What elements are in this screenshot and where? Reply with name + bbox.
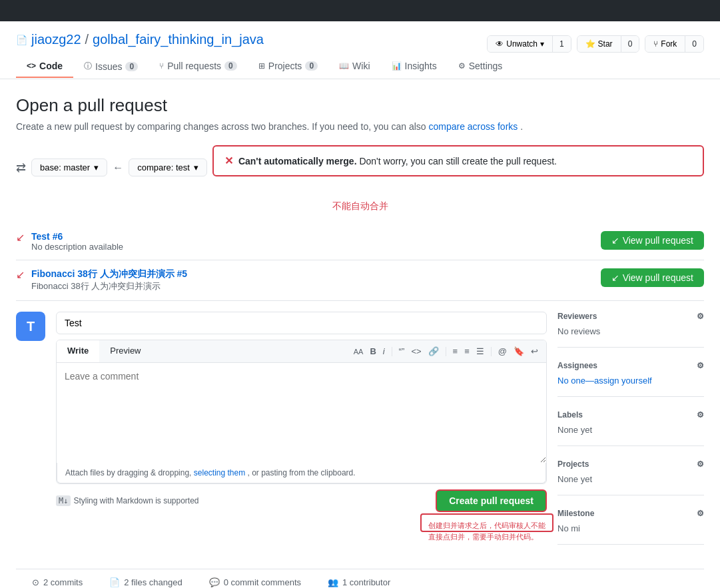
toolbar-link[interactable]: 🔗 (428, 346, 439, 356)
fork-icon: ⑂ (653, 39, 658, 49)
pr-badge: 0 (224, 61, 237, 71)
wiki-icon: 📖 (339, 61, 349, 71)
fork-group: ⑂ Fork 0 (645, 35, 704, 53)
projects-section: Projects ⚙ None yet (557, 459, 704, 495)
reviewers-heading: Reviewers ⚙ (557, 312, 704, 321)
compare-branch-button[interactable]: compare: test ▾ (129, 158, 207, 176)
toolbar-aa[interactable]: AA (354, 348, 364, 356)
page-title: Open a pull request (16, 95, 704, 116)
tab-code[interactable]: <> Code (16, 55, 73, 78)
compare-icon: ⇄ (16, 160, 26, 175)
contributors-label: 1 contributor (342, 577, 390, 587)
pr-title-2[interactable]: Fibonacci 38行 人为冲突归并演示 #5 (31, 268, 187, 280)
labels-value: None yet (557, 425, 704, 435)
view-pr-label-2: View pull request (623, 272, 693, 283)
base-branch-button[interactable]: base: master ▾ (31, 158, 107, 176)
pr-item-2: ↙ Fibonacci 38行 人为冲突归并演示 #5 Fibonacci 38… (16, 260, 704, 301)
attach-text: Attach files by dragging & dropping, (65, 468, 191, 477)
x-icon: ✕ (224, 154, 233, 167)
projects-value: None yet (557, 474, 704, 484)
fork-button[interactable]: ⑂ Fork (645, 36, 685, 52)
annotation-cn: 不能自动合并 (16, 200, 704, 212)
attach-link[interactable]: selecting them (194, 468, 245, 477)
pr-list: ↙ Test #6 No description available ↙ Vie… (16, 223, 704, 301)
compare-forks-link[interactable]: compare across forks (428, 121, 518, 132)
labels-heading: Labels ⚙ (557, 410, 704, 420)
preview-tab[interactable]: Preview (99, 340, 151, 362)
editor-wrapper: Write Preview AA B i “” <> 🔗 ≡ (56, 340, 547, 484)
attach-rest: , or pasting from the clipboard. (248, 468, 356, 477)
create-pr-button[interactable]: Create pull request (436, 489, 547, 512)
assignees-heading: Assignees ⚙ (557, 361, 704, 370)
content-row: T Write Preview AA B i (16, 301, 704, 558)
star-label: Star (598, 39, 613, 49)
main-content: Open a pull request Create a new pull re… (0, 79, 720, 588)
view-pr-button-2[interactable]: ↙ View pull request (601, 268, 704, 287)
toolbar-italic[interactable]: i (383, 346, 385, 356)
toolbar-mention[interactable]: @ (498, 346, 507, 356)
reviewers-label: Reviewers (557, 312, 597, 321)
toolbar-list-ul[interactable]: ≡ (453, 346, 458, 356)
repo-owner-link[interactable]: jiaozg22 (31, 32, 81, 47)
pr-btn-icon-2: ↙ (611, 272, 619, 283)
commits-stat: ⊙ 2 commits (32, 577, 83, 587)
top-bar (0, 0, 720, 21)
star-button[interactable]: ⭐ Star (577, 36, 621, 52)
annotation2-cn: 创建归并请求之后，代码审核人不能直接点归并，需要手动归并代码。 (420, 513, 553, 532)
labels-gear-icon[interactable]: ⚙ (697, 410, 704, 420)
tab-wiki[interactable]: 📖 Wiki (328, 55, 380, 78)
labels-label: Labels (557, 410, 583, 420)
unwatch-button[interactable]: 👁 Unwatch ▾ (488, 36, 552, 52)
page-desc-period: . (520, 121, 523, 132)
commits-icon: ⊙ (32, 577, 39, 587)
write-tab[interactable]: Write (57, 340, 99, 362)
fork-label: Fork (661, 39, 677, 49)
toolbar-list-ol[interactable]: ≡ (464, 346, 470, 356)
star-group: ⭐ Star 0 (577, 35, 640, 53)
commit-comments-stat: 💬 0 commit comments (209, 577, 301, 587)
assignees-gear-icon[interactable]: ⚙ (697, 361, 704, 370)
toolbar-reply[interactable]: ↩ (531, 346, 538, 356)
warning-bold: Can't automatically merge. (238, 156, 357, 166)
markdown-text: Styling with Markdown is supported (73, 496, 198, 505)
warning-rest: Don't worry, you can still create the pu… (359, 156, 557, 166)
toolbar-bookmark[interactable]: 🔖 (514, 346, 524, 356)
reviewers-gear-icon[interactable]: ⚙ (697, 312, 704, 321)
pr-icon: ⑂ (159, 61, 164, 71)
pr-title-input[interactable] (56, 312, 547, 334)
comment-textarea[interactable] (57, 363, 546, 463)
eye-icon: 👁 (496, 39, 504, 49)
tab-issues[interactable]: ⓘ Issues 0 (73, 55, 149, 79)
assignees-section: Assignees ⚙ No one—assign yourself (557, 361, 704, 397)
projects-gear-icon[interactable]: ⚙ (697, 459, 704, 469)
files-changed-stat: 📄 2 files changed (109, 577, 182, 587)
reviewers-value: No reviews (557, 326, 704, 336)
tab-pull-requests[interactable]: ⑂ Pull requests 0 (149, 55, 248, 78)
assign-yourself-link[interactable]: No one—assign yourself (557, 376, 652, 386)
pr-desc-2: Fibonacci 38行 人为冲突归并演示 (31, 280, 187, 292)
tab-projects[interactable]: ⊞ Projects 0 (248, 55, 328, 78)
branch-selector: ⇄ base: master ▾ ← compare: test ▾ ✕ Can… (16, 145, 704, 190)
view-pr-button-1[interactable]: ↙ View pull request (601, 231, 704, 250)
pr-title-1[interactable]: Test #6 (31, 231, 123, 242)
code-icon: <> (27, 61, 36, 71)
repo-name-link[interactable]: golbal_fairy_thinking_in_java (93, 32, 264, 47)
tab-settings[interactable]: ⚙ Settings (448, 55, 514, 78)
toolbar-tasklist[interactable]: ☰ (476, 346, 484, 356)
base-branch-label: base: master (40, 162, 90, 172)
unwatch-label: Unwatch (506, 39, 538, 49)
pr-item-2-left: ↙ Fibonacci 38行 人为冲突归并演示 #5 Fibonacci 38… (16, 268, 187, 292)
tab-pr-label: Pull requests (167, 61, 221, 71)
toolbar-bold[interactable]: B (370, 346, 376, 356)
assignees-label: Assignees (557, 361, 597, 370)
toolbar-quote[interactable]: “” (399, 346, 405, 356)
repo-icon: 📄 (16, 35, 27, 45)
projects-icon: ⊞ (258, 61, 265, 71)
repo-separator: / (85, 32, 89, 47)
pr-desc-1: No description available (31, 242, 123, 252)
milestone-gear-icon[interactable]: ⚙ (697, 509, 704, 518)
toolbar-code[interactable]: <> (411, 346, 421, 356)
tab-insights[interactable]: 📊 Insights (381, 55, 448, 78)
toolbar-sep-3 (491, 347, 492, 356)
editor-tabs: Write Preview AA B i “” <> 🔗 ≡ (57, 340, 546, 363)
